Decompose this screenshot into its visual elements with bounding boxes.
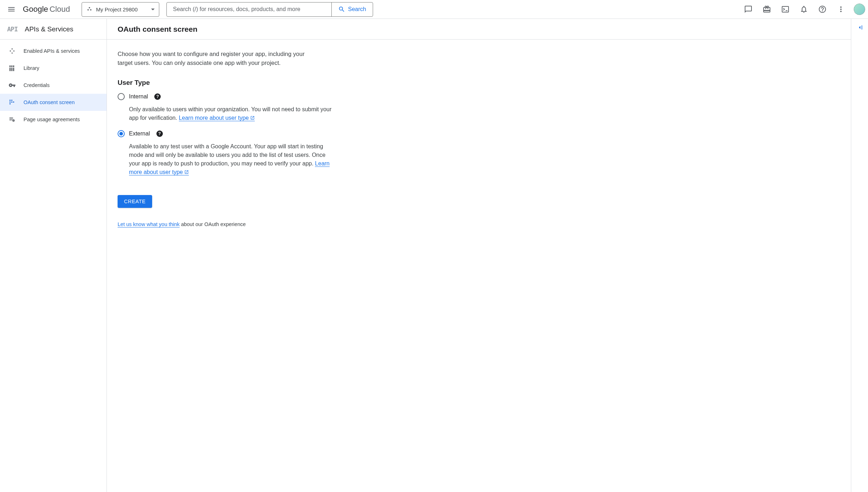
svg-rect-8	[11, 66, 12, 67]
project-name-label: My Project 29800	[96, 6, 148, 12]
sidebar-item-label: Page usage agreements	[24, 117, 80, 122]
external-link-icon	[250, 116, 255, 120]
sidebar-item-credentials[interactable]: Credentials	[0, 77, 107, 94]
top-header: Google Cloud My Project 29800 Search	[0, 0, 868, 19]
svg-point-16	[10, 102, 11, 103]
sidebar-item-enabled-apis[interactable]: Enabled APIs & services	[0, 42, 107, 60]
svg-point-1	[87, 9, 89, 11]
body-layout: API APIs & Services Enabled APIs & servi…	[0, 19, 868, 492]
svg-point-3	[11, 48, 12, 50]
sidebar-title: APIs & Services	[25, 25, 73, 33]
create-button[interactable]: CREATE	[118, 195, 152, 208]
search-button-label: Search	[348, 6, 366, 12]
main-header: OAuth consent screen	[107, 19, 851, 40]
radio-desc-internal: Only available to users within your orga…	[129, 105, 336, 122]
sidebar-item-label: Credentials	[24, 82, 50, 88]
notifications-button[interactable]	[795, 1, 812, 18]
svg-point-15	[11, 100, 12, 101]
cloud-shell-button[interactable]	[777, 1, 794, 18]
hamburger-menu-button[interactable]	[3, 1, 20, 18]
bell-icon	[800, 5, 808, 14]
google-logo-text: Google	[23, 5, 48, 14]
svg-rect-12	[11, 68, 12, 71]
svg-point-19	[10, 103, 11, 104]
right-rail	[851, 19, 868, 492]
free-trial-button[interactable]	[758, 1, 775, 18]
main-content: OAuth consent screen Choose how you want…	[107, 19, 851, 492]
svg-rect-7	[10, 66, 11, 67]
chevron-left-bar-icon	[856, 24, 863, 31]
intro-text: Choose how you want to configure and reg…	[118, 50, 321, 67]
agreements-icon	[9, 116, 16, 123]
sidebar-header[interactable]: API APIs & Services	[0, 19, 107, 40]
svg-point-17	[11, 102, 12, 103]
project-icon	[86, 6, 93, 12]
search-button[interactable]: Search	[331, 2, 373, 16]
search-container: Search	[166, 2, 373, 17]
help-circle-icon	[818, 5, 827, 14]
svg-rect-13	[13, 68, 14, 71]
search-icon	[338, 6, 345, 13]
content-area: Choose how you want to configure and reg…	[107, 40, 449, 237]
dashboard-icon	[9, 47, 16, 55]
svg-point-18	[13, 102, 14, 103]
radio-desc-external: Available to any test user with a Google…	[129, 142, 336, 176]
consent-icon	[9, 99, 16, 106]
svg-point-2	[90, 9, 91, 11]
feedback-link[interactable]: Let us know what you think	[118, 221, 180, 227]
search-input[interactable]	[173, 6, 325, 12]
radio-external[interactable]: External ?	[118, 130, 438, 137]
collapse-panel-button[interactable]	[856, 24, 863, 492]
external-link-icon	[184, 170, 189, 174]
user-type-heading: User Type	[118, 79, 438, 87]
feedback-button[interactable]	[740, 1, 757, 18]
feedback-suffix: about our OAuth experience	[180, 221, 246, 227]
gift-icon	[763, 5, 771, 14]
header-utility-icons	[740, 1, 865, 18]
cloud-text: Cloud	[50, 5, 70, 14]
api-badge: API	[7, 25, 18, 33]
user-avatar[interactable]	[854, 4, 865, 15]
key-icon	[9, 82, 16, 89]
help-button[interactable]	[814, 1, 831, 18]
chat-icon	[744, 5, 753, 14]
sidebar-item-label: Enabled APIs & services	[24, 48, 80, 54]
svg-rect-11	[10, 68, 11, 71]
radio-label-internal: Internal	[129, 93, 148, 100]
google-cloud-logo[interactable]: Google Cloud	[23, 5, 70, 14]
radio-circle-icon	[118, 93, 125, 100]
help-tooltip-external[interactable]: ?	[156, 130, 163, 137]
sidebar: API APIs & Services Enabled APIs & servi…	[0, 19, 107, 492]
sidebar-nav: Enabled APIs & services Library Credenti…	[0, 40, 107, 128]
radio-option-external: External ? Available to any test user wi…	[118, 130, 438, 176]
radio-label-external: External	[129, 130, 150, 137]
search-input-wrap	[167, 2, 331, 16]
svg-point-6	[11, 52, 12, 53]
svg-point-0	[89, 7, 90, 9]
radio-circle-checked-icon	[118, 130, 125, 137]
project-selector[interactable]: My Project 29800	[82, 2, 159, 17]
page-title: OAuth consent screen	[118, 25, 197, 34]
chevron-down-icon	[151, 9, 155, 10]
sidebar-item-page-usage[interactable]: Page usage agreements	[0, 111, 107, 128]
hamburger-icon	[7, 5, 16, 14]
terminal-icon	[781, 5, 790, 14]
feedback-row: Let us know what you think about our OAu…	[118, 221, 438, 227]
more-vert-icon	[837, 5, 845, 14]
sidebar-item-label: OAuth consent screen	[24, 99, 74, 105]
help-tooltip-internal[interactable]: ?	[154, 93, 161, 100]
svg-point-5	[13, 50, 14, 51]
svg-point-4	[10, 50, 11, 51]
library-icon	[9, 65, 16, 72]
more-options-button[interactable]	[832, 1, 849, 18]
svg-rect-9	[13, 66, 14, 67]
desc-text: Available to any test user with a Google…	[129, 143, 325, 166]
sidebar-item-label: Library	[24, 65, 39, 71]
radio-internal[interactable]: Internal ?	[118, 93, 438, 100]
svg-point-14	[10, 100, 11, 101]
sidebar-item-oauth-consent[interactable]: OAuth consent screen	[0, 94, 107, 111]
learn-more-link-internal[interactable]: Learn more about user type	[179, 115, 255, 121]
radio-option-internal: Internal ? Only available to users withi…	[118, 93, 438, 122]
sidebar-item-library[interactable]: Library	[0, 60, 107, 77]
